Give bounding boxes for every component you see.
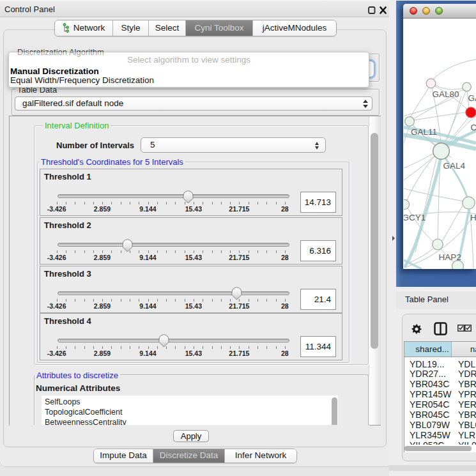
svg-text:CR: CR [471,123,476,132]
svg-text:HAP2: HAP2 [439,252,461,262]
svg-text:GAL11: GAL11 [411,127,437,137]
svg-text:GAL4: GAL4 [443,161,466,171]
svg-text:GAL80: GAL80 [433,89,459,99]
svg-text:GCY1: GCY1 [404,213,426,222]
svg-text:H: H [470,213,476,222]
svg-text:GA: GA [468,93,476,103]
